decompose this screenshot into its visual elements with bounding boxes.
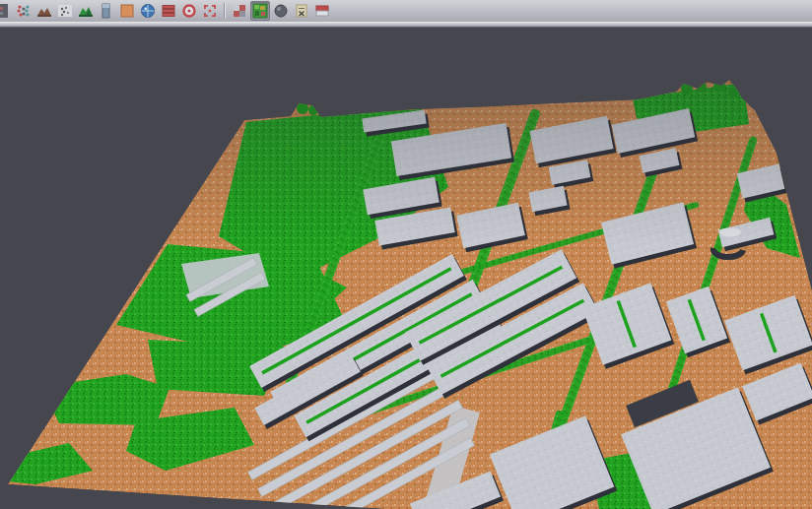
align-points-icon[interactable] [14,1,34,21]
clipped-tool-icon[interactable] [0,1,13,21]
clipped-tool-icon-glyph [0,3,11,19]
vegetation-patch [41,374,169,425]
checker-red-icon[interactable] [230,1,249,21]
toolbar-group-separator [224,3,226,19]
main-toolbar [0,0,812,22]
terrain-green-icon-glyph [78,3,94,19]
align-points-icon-glyph [16,3,32,19]
selection-red-icon[interactable] [200,1,220,21]
flag-red-icon[interactable] [312,1,332,21]
layers-red-icon-glyph [161,3,176,19]
report-discard-icon[interactable] [292,1,311,21]
flag-red-icon-glyph [314,3,330,19]
globe-icon[interactable] [138,1,158,21]
ortho-tile-icon[interactable] [117,1,137,21]
sphere-dark-icon-glyph [273,3,289,19]
profile-column-icon[interactable] [97,1,116,21]
checker-red-icon-glyph [232,3,247,19]
target-red-icon-glyph [181,3,197,19]
classified-map-icon[interactable] [250,1,270,21]
sphere-dark-icon[interactable] [271,1,291,21]
terrain-brown-icon-glyph [36,3,52,19]
selection-red-icon-glyph [202,3,218,19]
classified-map-icon-glyph [252,3,268,19]
ortho-tile-icon-glyph [119,3,135,19]
target-red-icon[interactable] [179,1,199,21]
terrain-green-icon[interactable] [76,1,96,21]
sparse-points-icon-glyph [57,3,73,19]
viewport-3d[interactable] [0,28,812,509]
profile-column-icon-glyph [99,3,114,19]
terrain-mesh [0,79,812,509]
layers-red-icon[interactable] [159,1,178,21]
terrain-brown-icon[interactable] [34,1,54,21]
sparse-points-icon[interactable] [55,1,75,21]
scene-canvas [0,28,812,509]
globe-icon-glyph [140,3,156,19]
report-discard-icon-glyph [294,3,309,19]
